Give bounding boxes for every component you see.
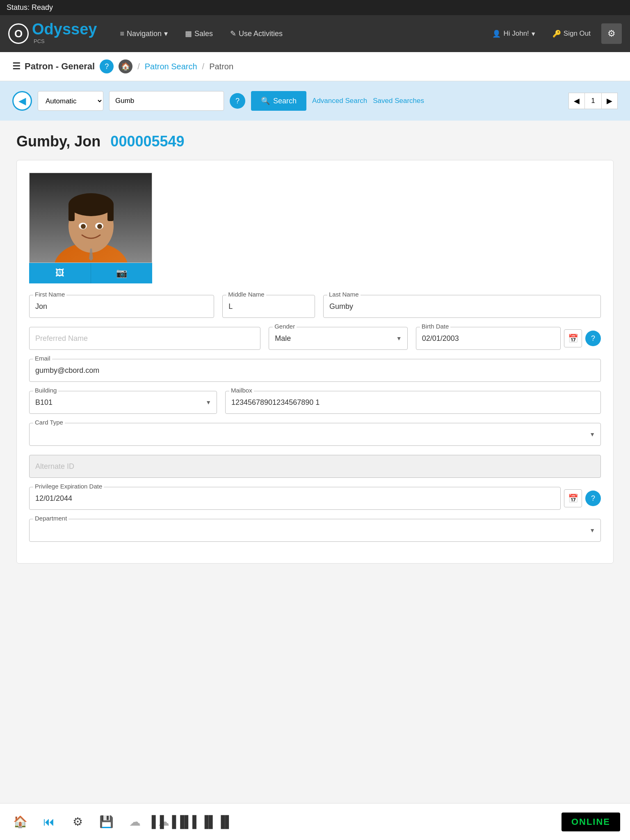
nav-btn-sign-out[interactable]: 🔑 Sign Out [546, 25, 597, 42]
form-row-names: First Name Middle Name Last Name [29, 295, 601, 318]
department-label: Department [33, 515, 68, 522]
search-help-icon: ? [235, 97, 240, 105]
logo-circle: O [8, 23, 29, 44]
card-type-wrapper: Card Type [29, 423, 601, 446]
last-name-input[interactable] [323, 295, 601, 318]
privilege-cal-icon: 📅 [568, 493, 578, 503]
birth-date-calendar-button[interactable]: 📅 [564, 329, 582, 347]
form-row-department: Department [29, 519, 601, 542]
nav-navigation-label: Navigation [127, 30, 162, 38]
status-bar: Status: Ready [0, 0, 630, 15]
nav-btn-navigation[interactable]: ≡ Navigation ▾ [113, 25, 174, 42]
department-select-wrapper [29, 519, 601, 542]
photo-container: 🖼 📷 [29, 173, 152, 283]
search-type-select[interactable]: Automatic [38, 91, 103, 111]
advanced-search-link[interactable]: Advanced Search [312, 97, 367, 105]
first-name-wrapper: First Name [29, 295, 214, 318]
building-select[interactable]: B101 [29, 391, 217, 414]
form-row-privilege-expiration: Privilege Expiration Date 📅 ? [29, 487, 601, 510]
nav-btn-sales[interactable]: ▦ Sales [178, 25, 219, 42]
svg-point-4 [68, 193, 114, 216]
hi-john-dropdown-icon: ▾ [532, 30, 535, 38]
breadcrumb-home-icon[interactable]: 🏠 [119, 59, 132, 73]
barcode-icon: ▌▌▐▐▌▌▐▌▐▌ [152, 815, 233, 829]
svg-point-10 [97, 224, 102, 229]
gear-button[interactable]: ⚙ [601, 23, 622, 44]
middle-name-label: Middle Name [226, 291, 266, 298]
toolbar-home-button[interactable]: 🏠 [10, 812, 30, 832]
toolbar-settings-icon: ⚙ [73, 815, 83, 829]
first-name-input[interactable] [29, 295, 214, 318]
search-button[interactable]: 🔍 Search [251, 91, 306, 111]
birth-date-input[interactable] [416, 327, 561, 350]
page-prev-button[interactable]: ◀ [568, 93, 585, 109]
photo-camera-button[interactable]: 📷 [91, 263, 153, 283]
user-icon: 👤 [492, 30, 501, 38]
photo-buttons: 🖼 📷 [29, 263, 152, 283]
gear-icon: ⚙ [607, 28, 616, 39]
page-number: 1 [585, 93, 601, 109]
nav-btn-hi-john[interactable]: 👤 Hi John! ▾ [486, 25, 541, 42]
birth-date-input-group: 📅 ? [416, 327, 601, 350]
nav-use-activities-icon: ✎ [230, 29, 236, 38]
patron-id: 000005549 [110, 133, 184, 150]
gender-select[interactable]: Male Female Other [269, 327, 408, 350]
email-input[interactable] [29, 359, 601, 382]
page-title: Patron - General [25, 61, 95, 72]
search-help-button[interactable]: ? [230, 93, 245, 109]
form-row-email: Email [29, 359, 601, 382]
search-bar-area: ◀ Automatic ? 🔍 Search Advanced Search S… [0, 81, 630, 121]
privilege-expiration-help-button[interactable]: ? [585, 491, 601, 506]
nav-btn-use-activities[interactable]: ✎ Use Activities [224, 25, 289, 42]
breadcrumb-help-icon[interactable]: ? [100, 59, 114, 73]
photo-section: 🖼 📷 [29, 173, 601, 283]
pagination-area: ◀ 1 ▶ [568, 93, 618, 109]
email-label: Email [33, 355, 52, 362]
breadcrumb-patron-search[interactable]: Patron Search [145, 62, 197, 71]
alternate-id-input[interactable] [29, 455, 601, 478]
birth-date-help-button[interactable]: ? [585, 331, 601, 346]
privilege-expiration-input[interactable] [29, 487, 561, 510]
toolbar-settings-button[interactable]: ⚙ [67, 812, 88, 832]
card-type-select[interactable] [29, 423, 601, 446]
back-arrow-icon: ◀ [18, 95, 26, 107]
nav-navigation-icon: ≡ [120, 30, 124, 38]
page-next-button[interactable]: ▶ [601, 93, 618, 109]
birth-date-help-icon: ? [591, 334, 595, 343]
middle-name-input[interactable] [222, 295, 315, 318]
saved-searches-link[interactable]: Saved Searches [373, 97, 424, 105]
gender-wrapper: Gender Male Female Other [269, 327, 408, 350]
privilege-expiration-calendar-button[interactable]: 📅 [564, 489, 582, 507]
status-text: Status: Ready [7, 3, 53, 11]
photo-gallery-button[interactable]: 🖼 [29, 263, 91, 283]
patron-photo [30, 173, 152, 263]
nav-sign-out-label: Sign Out [564, 30, 591, 38]
form-row-alternate-id [29, 455, 601, 478]
nav-sales-label: Sales [194, 30, 213, 38]
svg-rect-6 [107, 205, 114, 221]
toolbar-upload-button[interactable]: ☁ [125, 812, 145, 832]
toolbar-barcode-button[interactable]: ▌▌▐▐▌▌▐▌▐▌ [182, 812, 203, 832]
online-badge: ONLINE [562, 813, 620, 831]
nav-hi-john-label: Hi John! [503, 30, 529, 38]
logo-text: Odyssey [32, 21, 97, 38]
toolbar-back-icon: ⏮ [43, 815, 55, 829]
breadcrumb-area: ☰ Patron - General ? 🏠 / Patron Search /… [0, 52, 630, 81]
patron-full-name: Gumby, Jon [16, 133, 100, 150]
search-input[interactable] [109, 91, 224, 111]
building-wrapper: Building B101 [29, 391, 217, 414]
preferred-name-wrapper [29, 327, 260, 350]
birth-date-wrapper: Birth Date 📅 ? [416, 327, 601, 350]
logo-odyssey: Odyssey [32, 21, 97, 38]
privilege-expiration-wrapper: Privilege Expiration Date 📅 ? [29, 487, 601, 510]
search-back-button[interactable]: ◀ [12, 91, 32, 111]
privilege-help-icon: ? [591, 494, 595, 503]
toolbar-save-button[interactable]: 💾 [96, 812, 116, 832]
search-magnifier-icon: 🔍 [261, 96, 270, 105]
list-icon: ☰ [12, 61, 21, 72]
preferred-name-input[interactable] [29, 327, 260, 350]
department-select[interactable] [29, 519, 601, 542]
toolbar-back-button[interactable]: ⏮ [39, 812, 59, 832]
mailbox-input[interactable] [225, 391, 601, 414]
nav-sales-icon: ▦ [185, 29, 192, 38]
